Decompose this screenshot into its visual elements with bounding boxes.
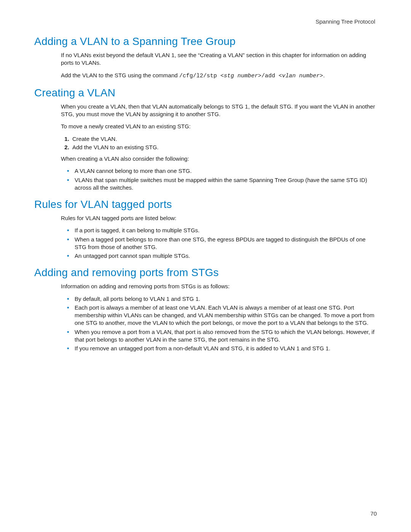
list-item: If a port is tagged, it can belong to mu… bbox=[69, 227, 377, 234]
heading-creating-vlan: Creating a VLAN bbox=[34, 87, 377, 99]
list-item: When you remove a port from a VLAN, that… bbox=[69, 328, 377, 344]
bullet-list: By default, all ports belong to VLAN 1 a… bbox=[61, 295, 377, 353]
list-item: Add the VLAN to an existing STG. bbox=[71, 144, 377, 151]
list-item: Create the VLAN. bbox=[71, 135, 377, 143]
para: Rules for VLAN tagged ports are listed b… bbox=[61, 214, 377, 222]
heading-adding-vlan-stg: Adding a VLAN to a Spanning Tree Group bbox=[34, 35, 377, 48]
bullet-list: A VLAN cannot belong to more than one ST… bbox=[61, 167, 377, 192]
code: /add bbox=[261, 73, 279, 79]
text: . bbox=[323, 72, 325, 78]
body-adding-vlan-stg: If no VLANs exist beyond the default VLA… bbox=[61, 51, 377, 80]
page-content: Spanning Tree Protocol Adding a VLAN to … bbox=[0, 0, 411, 352]
body-creating-vlan: When you create a VLAN, then that VLAN a… bbox=[61, 103, 377, 192]
para: If no VLANs exist beyond the default VLA… bbox=[61, 51, 377, 67]
code: /cfg/l2/stp bbox=[179, 73, 220, 79]
page-number: 70 bbox=[370, 510, 377, 517]
body-rules-tagged: Rules for VLAN tagged ports are listed b… bbox=[61, 214, 377, 260]
list-item: A VLAN cannot belong to more than one ST… bbox=[69, 167, 377, 175]
body-add-remove-ports: Information on adding and removing ports… bbox=[61, 283, 377, 352]
heading-rules-tagged: Rules for VLAN tagged ports bbox=[34, 198, 377, 211]
ordered-steps: Create the VLAN. Add the VLAN to an exis… bbox=[61, 135, 377, 152]
list-item: Each port is always a member of at least… bbox=[69, 304, 377, 327]
heading-add-remove-ports: Adding and removing ports from STGs bbox=[34, 267, 377, 279]
list-item: VLANs that span multiple switches must b… bbox=[69, 176, 377, 192]
text: Add the VLAN to the STG using the comman… bbox=[61, 72, 179, 78]
para-command: Add the VLAN to the STG using the comman… bbox=[61, 72, 377, 80]
para: When you create a VLAN, then that VLAN a… bbox=[61, 103, 377, 118]
bullet-list: If a port is tagged, it can belong to mu… bbox=[61, 227, 377, 260]
code-arg: <stg number> bbox=[220, 73, 261, 79]
para: To move a newly created VLAN to an exist… bbox=[61, 123, 377, 130]
list-item: When a tagged port belongs to more than … bbox=[69, 236, 377, 251]
para: Information on adding and removing ports… bbox=[61, 283, 377, 290]
para: When creating a VLAN also consider the f… bbox=[61, 155, 377, 163]
code-arg: <vlan number> bbox=[279, 73, 323, 79]
list-item: If you remove an untagged port from a no… bbox=[69, 345, 377, 352]
list-item: An untagged port cannot span multiple ST… bbox=[69, 252, 377, 260]
list-item: By default, all ports belong to VLAN 1 a… bbox=[69, 295, 377, 303]
running-header: Spanning Tree Protocol bbox=[34, 18, 377, 25]
